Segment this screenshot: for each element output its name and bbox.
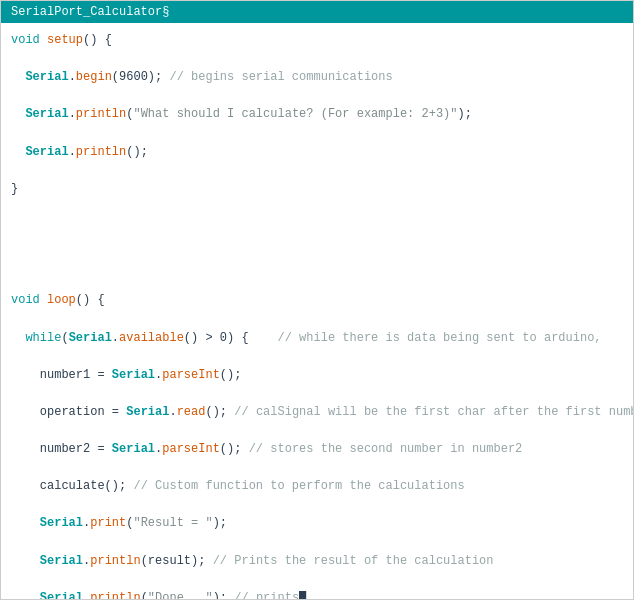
editor-window: SerialPort_Calculator§ void setup() { Se…	[0, 0, 634, 600]
code-editor[interactable]: void setup() { Serial.begin(9600); // be…	[1, 23, 633, 599]
title-bar: SerialPort_Calculator§	[1, 1, 633, 23]
tab-label[interactable]: SerialPort_Calculator§	[11, 5, 169, 19]
